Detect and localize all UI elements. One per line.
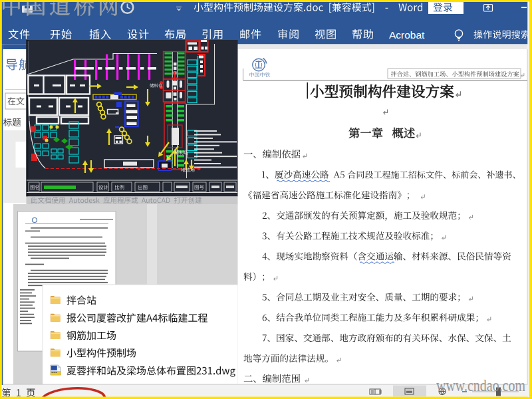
svg-text:www.cndao.com: www.cndao.com	[436, 376, 525, 394]
svg-text:Acrobat: Acrobat	[389, 29, 425, 41]
